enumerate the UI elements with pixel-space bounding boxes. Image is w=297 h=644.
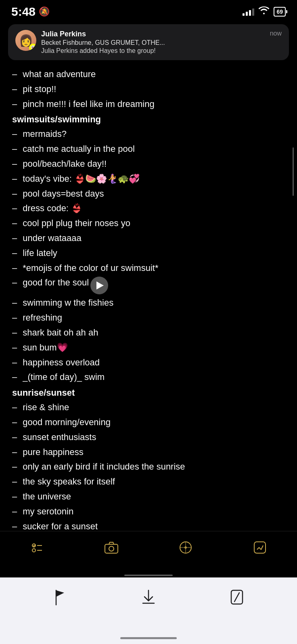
list-item: –pool/beach/lake day!! [12, 158, 285, 170]
list-item: –the sky speaks for itself [12, 476, 285, 488]
item-text: mermaids? [23, 128, 67, 141]
svg-point-5 [109, 546, 114, 551]
list-item: –only an early bird if it includes the s… [12, 461, 285, 473]
play-triangle-icon [96, 281, 104, 289]
section-header-sunrise: sunrise/sunset [12, 388, 285, 398]
play-button[interactable] [90, 277, 108, 294]
camera-icon[interactable] [101, 537, 121, 558]
item-text: today's vibe: 👙🍉🌸🧜‍♀️🐢💞 [23, 173, 140, 185]
top-items-list: – what an adventure – pit stop!! – pinch… [12, 68, 285, 110]
list-item: –the universe [12, 491, 285, 503]
notification-body: Julia Perkins added Hayes to the group! [41, 47, 265, 55]
download-button[interactable] [137, 586, 160, 608]
edit-icon[interactable] [250, 537, 270, 558]
svg-line-14 [234, 593, 239, 602]
item-text: sun bum💗 [23, 342, 67, 354]
dash-icon: – [12, 188, 17, 200]
dash-icon: – [12, 401, 17, 414]
list-item: –happiness overload [12, 357, 285, 369]
list-item: –mermaids? [12, 128, 285, 141]
item-text: sunset enthusiasts [23, 431, 96, 444]
battery-icon: 69 [274, 7, 286, 17]
item-text: catch me actually in the pool [23, 143, 135, 155]
dash-icon: – [12, 491, 17, 503]
dash-icon: – [12, 327, 17, 339]
item-text: *emojis of the color of ur swimsuit* [23, 262, 158, 275]
dash-icon: – [12, 431, 17, 444]
item-text: the sky speaks for itself [23, 476, 115, 488]
list-item: –shark bait oh ah ah [12, 327, 285, 339]
item-text: the universe [23, 491, 71, 503]
item-text: pool days=best days [23, 188, 104, 200]
svg-rect-10 [254, 542, 266, 553]
avatar: 👩 👻 [15, 30, 36, 51]
section-header-swimsuits: swimsuits/swimming [12, 114, 285, 125]
list-item: –swimming w the fishies [12, 297, 285, 309]
item-text: pool/beach/lake day!! [23, 158, 107, 170]
list-item: – pit stop!! [12, 83, 285, 96]
browser-actions [0, 586, 297, 608]
main-content: – what an adventure – pit stop!! – pinch… [0, 67, 297, 543]
item-text: _(time of day)_ swim [23, 371, 105, 384]
swimsuits-list: –mermaids? –catch me actually in the poo… [12, 128, 285, 384]
status-time: 5:48 🔕 [11, 5, 50, 19]
list-item: –dress code: 👙 [12, 202, 285, 215]
dash-icon: – [12, 476, 17, 488]
dash-icon: – [12, 277, 17, 289]
dash-icon: – [12, 506, 17, 518]
checklist-icon[interactable] [27, 537, 47, 558]
list-item: –my serotonin [12, 506, 285, 518]
dash-icon: – [12, 98, 17, 111]
compass-icon[interactable] [176, 537, 196, 558]
dash-icon: – [12, 143, 17, 155]
time-display: 5:48 [11, 5, 36, 19]
signal-icon [243, 8, 254, 16]
sunrise-list: –rise & shine –good morning/evening –sun… [12, 401, 285, 533]
slash-button[interactable] [226, 586, 248, 608]
battery-level: 69 [276, 8, 283, 15]
dash-icon: – [12, 446, 17, 459]
item-text: pinch me!!! i feel like im dreaming [23, 98, 154, 111]
dash-icon: – [12, 202, 17, 215]
flag-button[interactable] [49, 586, 71, 608]
dash-icon: – [12, 416, 17, 429]
item-text: only an early bird if it includes the su… [23, 461, 185, 473]
svg-point-1 [32, 549, 36, 552]
snapchat-badge: 👻 [29, 44, 36, 51]
item-text: under wataaaa [23, 232, 82, 245]
home-indicator-bottom [120, 637, 177, 639]
list-item: –refreshing [12, 312, 285, 324]
notification-banner[interactable]: 👩 👻 Julia Perkins Becket Fishburne, GUS … [8, 24, 289, 60]
dash-icon: – [12, 461, 17, 473]
dash-icon: – [12, 297, 17, 309]
list-item: – good for the soul [12, 277, 285, 294]
status-bar: 5:48 🔕 69 [0, 0, 297, 22]
bottom-toolbar [0, 531, 297, 563]
dash-icon: – [12, 128, 17, 141]
item-text: shark bait oh ah ah [23, 327, 98, 339]
item-text: pure happiness [23, 446, 83, 459]
mute-icon: 🔕 [39, 6, 50, 17]
item-text: good morning/evening [23, 416, 111, 429]
dash-icon: – [12, 371, 17, 384]
list-item: – pinch me!!! i feel like im dreaming [12, 98, 285, 111]
list-item: –under wataaaa [12, 232, 285, 245]
list-item: –sun bum💗 [12, 342, 285, 354]
list-item: –good morning/evening [12, 416, 285, 429]
notification-subtitle: Becket Fishburne, GUS GRUMET, OTHE... [41, 39, 265, 46]
scrollbar[interactable] [293, 147, 294, 196]
dash-icon: – [12, 262, 17, 275]
wifi-icon [258, 6, 270, 17]
dash-icon: – [12, 68, 17, 81]
list-item: –pool days=best days [12, 188, 285, 200]
item-text: refreshing [23, 312, 62, 324]
item-text: my serotonin [23, 506, 73, 518]
item-text: happiness overload [23, 357, 100, 369]
list-item: – what an adventure [12, 68, 285, 81]
dash-icon: – [12, 342, 17, 354]
list-item: –cool ppl plug their noses yo [12, 217, 285, 230]
dash-icon: – [12, 312, 17, 324]
item-text: pit stop!! [23, 83, 56, 96]
dash-icon: – [12, 247, 17, 260]
item-text: good for the soul [23, 277, 89, 289]
